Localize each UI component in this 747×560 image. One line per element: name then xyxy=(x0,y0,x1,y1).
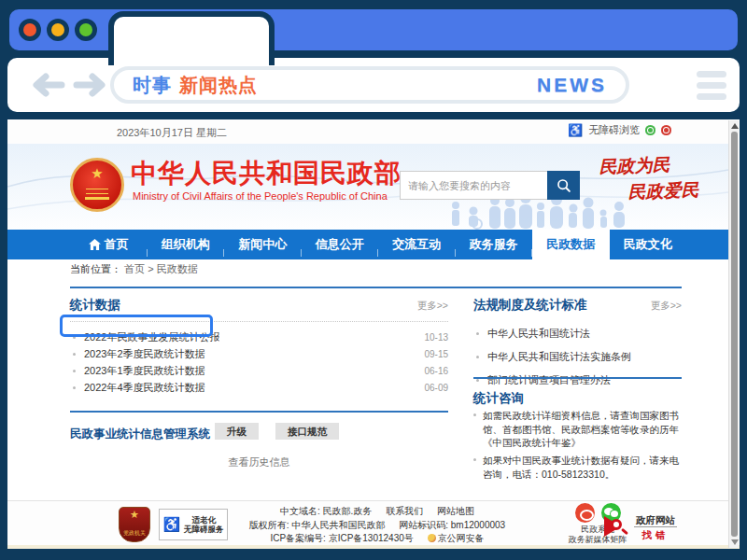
content-top-rule xyxy=(70,287,682,288)
api-spec-button[interactable]: 接口规范 xyxy=(275,423,339,440)
nav-item-info-disclosure[interactable]: 信息公开 xyxy=(302,230,379,259)
wheelchair-icon: ♿ xyxy=(568,123,583,137)
page-bottom-strip xyxy=(7,545,740,549)
gov-agency-badge-icon: ★ 党政机关 xyxy=(119,507,150,542)
weibo-icon[interactable] xyxy=(575,503,595,523)
error-magnifier-icon xyxy=(603,513,629,539)
laws-title: 法规制度及统计标准 xyxy=(473,297,587,314)
page-scrollbar[interactable] xyxy=(728,120,739,548)
footer-site-code: 网站标识码: bm12000003 xyxy=(399,520,505,530)
statistics-panel: 统计数据 更多>> 2022年民政事业发展统计公报 10-13 2023年2季度… xyxy=(70,297,448,396)
law-item-survey-management[interactable]: 部门统计调查项目管理办法 xyxy=(473,369,682,392)
nav-item-civil-data[interactable]: 民政数据 xyxy=(532,230,610,259)
search-icon xyxy=(556,177,571,193)
footer-sitemap-link[interactable]: 网站地图 xyxy=(437,506,474,516)
traffic-lights xyxy=(19,19,97,41)
web-page: 2023年10月17日 星期二 ♿ 无障碍浏览 xyxy=(7,119,740,549)
nav-item-gov-services[interactable]: 政务服务 xyxy=(456,230,533,259)
current-date: 2023年10月17日 星期二 xyxy=(117,126,227,140)
address-keyword-tag: 时事 xyxy=(133,73,172,98)
browser-toolbar: 时事 新闻热点 NEWS xyxy=(7,58,740,112)
upgrade-button[interactable]: 升级 xyxy=(215,423,259,440)
site-subtitle: Ministry of Civil Affairs of the People'… xyxy=(133,190,388,202)
stat-item-2023-q2[interactable]: 2023年2季度民政统计数据 09-15 xyxy=(70,345,448,362)
footer-contact-link[interactable]: 联系我们 xyxy=(386,506,423,516)
police-badge-icon xyxy=(428,534,436,542)
breadcrumb-home-link[interactable]: 首页 xyxy=(124,263,145,274)
nav-item-civil-culture[interactable]: 民政文化 xyxy=(610,230,687,259)
site-title: 中华人民共和国民政部 xyxy=(131,156,402,191)
statistics-more-link[interactable]: 更多>> xyxy=(417,300,448,313)
news-label: NEWS xyxy=(537,74,607,96)
footer-info: 中文域名: 民政部.政务 联系我们 网站地图 版权所有: 中华人民共和国民政部 … xyxy=(239,505,515,549)
address-keyword-text: 新闻热点 xyxy=(179,73,258,98)
close-window-icon[interactable] xyxy=(19,19,41,41)
footer-domain: 中文域名: 民政部.政务 xyxy=(280,506,372,516)
back-icon[interactable] xyxy=(28,73,65,97)
browser-tab[interactable] xyxy=(108,11,275,65)
management-system-title: 民政事业统计信息管理系统 xyxy=(70,427,210,442)
footer-copyright: 版权所有: 中华人民共和国民政部 xyxy=(249,520,386,530)
consulting-title: 统计咨询 xyxy=(473,390,524,407)
history-link[interactable]: 查看历史信息 xyxy=(70,455,448,469)
scrollbar-up-icon[interactable] xyxy=(731,123,739,129)
weibo-share-icon[interactable] xyxy=(661,125,671,135)
footer-icp: ICP备案编号: 京ICP备13012430号 xyxy=(270,533,413,543)
home-icon xyxy=(89,239,101,250)
wechat-share-icon[interactable] xyxy=(645,125,655,135)
utility-bar: 2023年10月17日 星期二 ♿ 无障碍浏览 xyxy=(7,119,728,144)
search-input[interactable] xyxy=(400,171,547,200)
laws-more-link[interactable]: 更多>> xyxy=(651,300,682,313)
national-emblem-logo: ★ xyxy=(70,158,124,212)
consulting-note-2: 如果对中国民政事业统计数据有疑问，请来电咨询，电话：010-58123310。 xyxy=(473,454,682,481)
search-button[interactable] xyxy=(547,171,580,200)
forward-icon[interactable] xyxy=(73,73,110,97)
law-item-implementation[interactable]: 中华人民共和国统计法实施条例 xyxy=(473,345,682,369)
consulting-note-1: 如需民政统计详细资料信息，请查询国家图书馆、首都图书馆、民政部档案馆等收录的历年… xyxy=(473,409,682,450)
statistics-title: 统计数据 xyxy=(70,297,120,314)
left-section-rule xyxy=(70,411,448,413)
nav-item-interaction[interactable]: 交流互动 xyxy=(378,230,456,259)
nav-item-home[interactable]: 首页 xyxy=(70,230,148,259)
nav-item-organization[interactable]: 组织机构 xyxy=(148,230,225,259)
stat-item-2022-bulletin[interactable]: 2022年民政事业发展统计公报 10-13 xyxy=(70,329,448,345)
right-section-rule xyxy=(473,377,682,379)
breadcrumb: 当前位置： 首页 > 民政数据 xyxy=(70,262,198,276)
site-header: ★ 中华人民共和国民政部 Ministry of Civil Affairs o… xyxy=(7,144,728,230)
address-bar[interactable]: 时事 新闻热点 NEWS xyxy=(110,66,629,104)
elder-accessibility-badge[interactable]: ♿ 适老化 无障碍服务 xyxy=(159,509,228,540)
site-search xyxy=(400,171,580,200)
error-report-badge[interactable]: 政府网站 找错 xyxy=(603,511,677,542)
scrollbar-thumb[interactable] xyxy=(731,132,738,537)
stat-item-2022-q4[interactable]: 2022年4季度民政统计数据 06-09 xyxy=(70,379,448,396)
browser-window: 时事 新闻热点 NEWS 2023年10月17日 星期二 ♿ 无障碍浏览 xyxy=(0,0,747,560)
nav-item-news-center[interactable]: 新闻中心 xyxy=(224,230,302,259)
breadcrumb-current[interactable]: 民政数据 xyxy=(157,263,198,274)
calligraphy-slogan: 民政为民 民政爱民 xyxy=(599,151,728,206)
menu-icon[interactable] xyxy=(697,71,726,100)
main-navigation: 首页 组织机构 新闻中心 信息公开 交流互动 政务服务 民政数据 民政文化 xyxy=(7,230,728,259)
minimize-window-icon[interactable] xyxy=(47,19,69,41)
elder-wheelchair-icon: ♿ xyxy=(162,516,180,533)
law-item-statistics-law[interactable]: 中华人民共和国统计法 xyxy=(473,322,682,345)
stat-item-2023-q1[interactable]: 2023年1季度民政统计数据 06-16 xyxy=(70,362,448,379)
scrollbar-down-icon[interactable] xyxy=(731,539,739,545)
site-footer: ★ 党政机关 ♿ 适老化 无障碍服务 中文域名: 民政部.政务 联系我们 网站地… xyxy=(7,500,728,545)
accessibility-link[interactable]: ♿ 无障碍浏览 xyxy=(568,123,671,137)
maximize-window-icon[interactable] xyxy=(75,19,97,41)
